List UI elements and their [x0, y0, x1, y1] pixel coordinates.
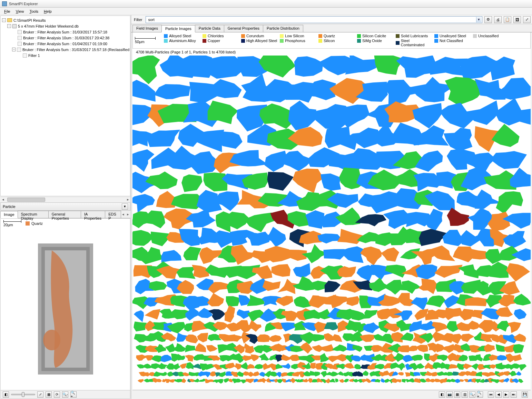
legend-label: Steel Contaminated [401, 39, 434, 47]
tree-toggle[interactable]: − [2, 18, 6, 22]
filter-select-value: sort [148, 18, 154, 22]
legend-item[interactable]: Phosphorus [280, 39, 318, 43]
tab-scroll-left[interactable]: ◂ [121, 212, 126, 217]
analysis-icon [18, 30, 22, 34]
legend-item[interactable]: Aluminium Alloy [164, 39, 202, 43]
filter-select[interactable]: sort ▾ [146, 16, 482, 23]
legend-label: High Alloyed Steel [246, 39, 277, 43]
tree-toggle[interactable]: − [12, 48, 16, 51]
particle-grid-display[interactable] [132, 56, 531, 389]
legend-swatch [318, 34, 322, 38]
tab-eds-p[interactable]: EDS P [105, 211, 121, 218]
print-button[interactable]: 🖨 [494, 16, 502, 23]
tool-button[interactable]: ◧ [439, 391, 445, 398]
tree-item[interactable]: Bruker : Filter Analysis 5um : 01/04/201… [23, 42, 107, 46]
tree-toggle[interactable]: − [7, 24, 11, 28]
legend-item[interactable]: Unclassified [473, 34, 511, 38]
particle-panel-title: Particle [3, 205, 16, 209]
menu-view[interactable]: View [13, 9, 27, 14]
legend-item[interactable]: High Alloyed Steel [241, 39, 279, 43]
zoom-in-button[interactable]: 🔍+ [70, 391, 77, 398]
legend-item[interactable]: Alloyed Steel [164, 34, 202, 38]
legend-item[interactable]: Corundum [241, 34, 279, 38]
analysis-icon [18, 36, 22, 40]
menu-file[interactable]: File [1, 9, 13, 14]
folder-icon [7, 18, 12, 22]
menu-help[interactable]: Help [41, 9, 55, 14]
zoom-in-button[interactable]: 🔍+ [477, 391, 483, 398]
particle-panel-dropdown-button[interactable]: ▾ [122, 203, 128, 210]
app-icon [2, 1, 7, 6]
tab-ia-properties[interactable]: IA Properties [81, 211, 105, 218]
chevron-down-icon: ▾ [476, 17, 481, 22]
scroll-right-arrow[interactable]: ▸ [125, 197, 131, 202]
tree-item[interactable]: Bruker : Filter Analysis 5um : 31/03/201… [23, 30, 107, 34]
zoom-out-button[interactable]: 🔍- [469, 391, 475, 398]
tab-particle-data[interactable]: Particle Data [195, 25, 224, 32]
legend-swatch [473, 34, 477, 38]
tool-button[interactable]: ◧ [3, 391, 9, 398]
legend-label: Corundum [246, 34, 264, 38]
nav-first-button[interactable]: ⏮ [488, 391, 494, 398]
toolbar-button[interactable]: ⚙ [484, 16, 492, 23]
particle-image-toolbar: ◧ ⤢ ▦ ⟳ 🔍- 🔍+ [1, 390, 130, 398]
save-button[interactable]: 💾 [522, 391, 528, 398]
tab-particle-distribution[interactable]: Particle Distribution [263, 25, 303, 32]
legend-item[interactable]: Solid Lubricants [396, 34, 434, 38]
grid-alt-button[interactable]: ▥ [462, 391, 468, 398]
tree-leaf[interactable]: Filter 1 [28, 53, 40, 58]
particle-detail-image [1, 228, 130, 390]
zoom-slider-thumb[interactable] [22, 392, 24, 397]
legend-item[interactable]: Not Classified [434, 39, 472, 43]
legend-item[interactable]: Copper [203, 39, 240, 43]
legend-item[interactable]: Unalloyed Steel [434, 34, 472, 38]
legend-item[interactable]: Silicon Calcite [357, 34, 395, 38]
camera-button[interactable]: 📷 [446, 391, 453, 398]
main-bottom-toolbar: ◧ 📷 ▦ ▥ 🔍- 🔍+ ⏮ ◀ ▶ ⏭ 💾 [132, 390, 531, 398]
svg-point-3 [43, 330, 60, 350]
tree-item[interactable]: Bruker : Filter Analysis 10um : 31/03/20… [23, 36, 109, 40]
tab-field-images[interactable]: Field Images [132, 25, 162, 32]
copy-button[interactable]: 📋 [504, 16, 511, 23]
expand-button[interactable]: ⤢ [523, 16, 531, 23]
legend-label: Aluminium Alloy [169, 39, 196, 43]
tab-scroll-right[interactable]: ▸ [126, 212, 130, 217]
tree-item[interactable]: Bruker : Filter Analysis 5um : 31/03/201… [22, 48, 129, 52]
nav-next-button[interactable]: ▶ [503, 391, 509, 398]
tab-general-properties[interactable]: General Properties [48, 211, 81, 218]
tree-db-label[interactable]: 5 x 47mm Filter Holder Weekend.db [18, 24, 79, 28]
nav-prev-button[interactable]: ◀ [495, 391, 502, 398]
tree-root-label[interactable]: C:\SmartPI Results [13, 18, 46, 22]
results-tree[interactable]: −C:\SmartPI Results −5 x 47mm Filter Hol… [0, 16, 130, 196]
legend-swatch [318, 39, 322, 43]
nav-last-button[interactable]: ⏭ [511, 391, 517, 398]
tab-particle-images[interactable]: Particle Images [161, 25, 195, 32]
filter-toolbar: Filter sort ▾ ⚙ 🖨 📋 🖼 ⤢ [131, 15, 532, 24]
tab-general-properties-main[interactable]: General Properties [224, 25, 263, 32]
tool-button[interactable]: ⟳ [54, 391, 60, 398]
particle-image-panel: 20µm Quartz ◧ ⤢ ▦ [0, 218, 130, 399]
tree-h-scrollbar[interactable]: ◂ ▸ [0, 197, 131, 202]
legend-swatch [280, 34, 284, 38]
legend-swatch [357, 34, 361, 38]
tool-button[interactable]: ⤢ [37, 391, 43, 398]
menu-tools[interactable]: Tools [27, 9, 41, 14]
window-titlebar: SmartPI Explorer [0, 0, 532, 8]
grid-button[interactable]: ▦ [454, 391, 460, 398]
analysis-icon [17, 48, 21, 52]
legend-item[interactable]: Chlorides [203, 34, 240, 38]
legend-item[interactable]: Quartz [318, 34, 356, 38]
legend-item[interactable]: Silicon [318, 39, 356, 43]
scroll-thumb[interactable] [7, 198, 45, 202]
zoom-slider[interactable] [11, 394, 35, 395]
image-button[interactable]: 🖼 [513, 16, 521, 23]
legend-item[interactable]: SiMg Oxide [357, 39, 395, 43]
zoom-out-button[interactable]: 🔍- [62, 391, 68, 398]
tool-button[interactable]: ▦ [46, 391, 52, 398]
legend-item[interactable]: Steel Contaminated [396, 39, 434, 47]
tab-image[interactable]: Image [0, 211, 18, 218]
tab-spectrum-display[interactable]: Spectrum Display [18, 211, 49, 218]
scroll-left-arrow[interactable]: ◂ [0, 197, 6, 202]
main-legend: 50µm Alloyed SteelAluminium AlloyChlorid… [132, 32, 531, 49]
legend-item[interactable]: Low Silicon [280, 34, 318, 38]
